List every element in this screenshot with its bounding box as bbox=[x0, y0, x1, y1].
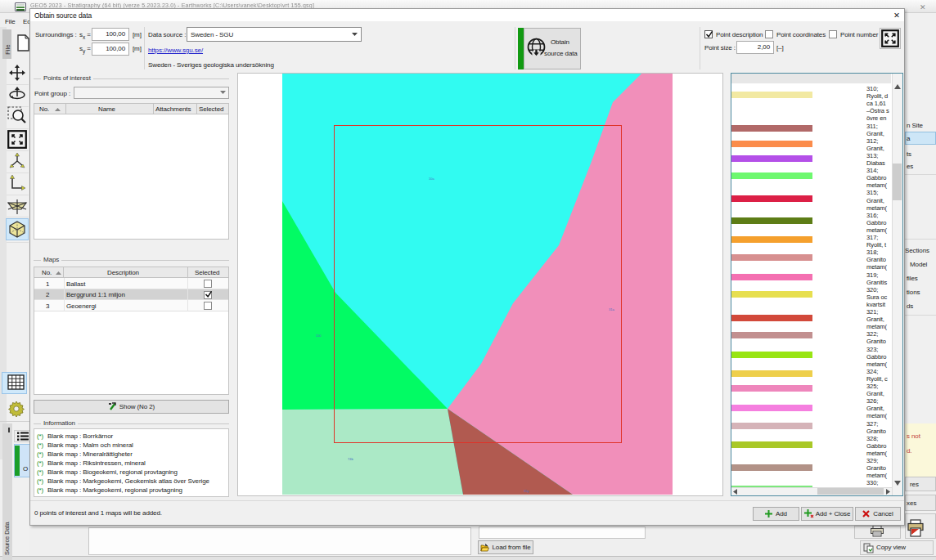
svg-text:74b: 74b bbox=[348, 457, 353, 461]
svg-text:31y: 31y bbox=[524, 489, 529, 493]
svg-text:31a: 31a bbox=[609, 307, 614, 311]
svg-text:10a: 10a bbox=[429, 177, 434, 181]
svg-text:110: 110 bbox=[316, 334, 322, 338]
